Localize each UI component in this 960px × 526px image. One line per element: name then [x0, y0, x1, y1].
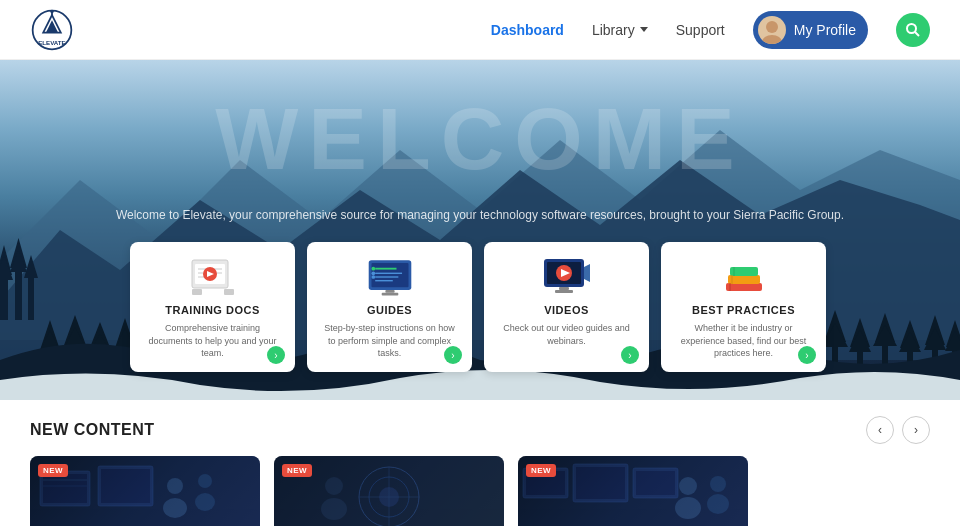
content-card-3[interactable]: NEW: [518, 456, 748, 526]
card-guides-title: GUIDES: [321, 304, 458, 316]
card-training-docs-arrow[interactable]: ›: [267, 346, 285, 364]
avatar: [758, 16, 786, 44]
svg-rect-81: [728, 275, 760, 284]
svg-rect-80: [726, 283, 762, 291]
svg-rect-72: [381, 293, 398, 296]
card-guides[interactable]: GUIDES Step-by-step instructions on how …: [307, 242, 472, 372]
carousel-prev-button[interactable]: ‹: [866, 416, 894, 444]
svg-text:ELEVATE: ELEVATE: [38, 38, 65, 45]
svg-point-70: [371, 275, 375, 279]
svg-point-114: [710, 476, 726, 492]
svg-rect-63: [371, 263, 408, 287]
carousel-controls: ‹ ›: [866, 416, 930, 444]
new-badge-1: NEW: [38, 464, 68, 477]
card-videos-desc: Check out our video guides and webinars.: [498, 322, 635, 347]
svg-point-104: [321, 498, 347, 520]
svg-point-68: [371, 267, 375, 271]
svg-line-9: [915, 32, 919, 36]
svg-rect-92: [101, 469, 150, 503]
svg-point-4: [50, 9, 54, 13]
videos-icon: [542, 258, 592, 296]
best-practices-icon: [719, 258, 769, 296]
guides-icon: [365, 258, 415, 296]
card-videos-arrow[interactable]: ›: [621, 346, 639, 364]
logo[interactable]: ELEVATE: [30, 8, 74, 52]
search-icon: [905, 22, 921, 38]
card-videos-title: VIDEOS: [498, 304, 635, 316]
svg-rect-78: [555, 290, 573, 293]
card-training-docs-desc: Comprehensive training documents to help…: [144, 322, 281, 360]
carousel-next-button[interactable]: ›: [902, 416, 930, 444]
svg-rect-111: [636, 471, 675, 495]
svg-point-69: [371, 272, 375, 276]
hero-section: WELCOME Welcome to Elevate, your compreh…: [0, 60, 960, 400]
svg-rect-15: [15, 265, 22, 320]
svg-point-95: [198, 474, 212, 488]
card-guides-arrow[interactable]: ›: [444, 346, 462, 364]
card-videos[interactable]: VIDEOS Check out our video guides and we…: [484, 242, 649, 372]
svg-point-96: [195, 493, 215, 511]
svg-rect-88: [43, 474, 87, 503]
card-training-docs-title: TRAINING DOCS: [144, 304, 281, 316]
svg-point-103: [325, 477, 343, 495]
new-content-header: NEW CONTENT ‹ ›: [30, 416, 930, 444]
header: ELEVATE Dashboard Library Support My Pro…: [0, 0, 960, 60]
svg-rect-61: [224, 289, 234, 295]
feature-cards: TRAINING DOCS Comprehensive training doc…: [130, 242, 830, 372]
new-badge-2: NEW: [282, 464, 312, 477]
search-button[interactable]: [896, 13, 930, 47]
svg-point-7: [762, 35, 782, 44]
content-cards-row: NEW NEW: [30, 456, 930, 526]
card-best-practices-arrow[interactable]: ›: [798, 346, 816, 364]
svg-rect-109: [576, 467, 625, 499]
new-content-section: NEW CONTENT ‹ ›: [0, 400, 960, 526]
training-docs-icon: [188, 258, 238, 296]
svg-point-115: [707, 494, 729, 514]
card-training-docs[interactable]: TRAINING DOCS Comprehensive training doc…: [130, 242, 295, 372]
card-best-practices-desc: Whether it be industry or experience bas…: [675, 322, 812, 360]
svg-rect-71: [385, 290, 394, 293]
card-best-practices[interactable]: BEST PRACTICES Whether it be industry or…: [661, 242, 826, 372]
svg-marker-79: [584, 264, 590, 282]
svg-point-94: [163, 498, 187, 518]
nav-library[interactable]: Library: [592, 22, 648, 38]
svg-point-93: [167, 478, 183, 494]
svg-point-112: [679, 477, 697, 495]
svg-rect-77: [559, 287, 569, 290]
svg-point-6: [766, 21, 778, 33]
nav-support[interactable]: Support: [676, 22, 725, 38]
content-card-1[interactable]: NEW: [30, 456, 260, 526]
new-badge-3: NEW: [526, 464, 556, 477]
nav-dashboard[interactable]: Dashboard: [491, 22, 564, 38]
library-chevron-icon: [640, 27, 648, 32]
svg-rect-18: [28, 275, 34, 320]
profile-label: My Profile: [794, 22, 856, 38]
content-card-2[interactable]: NEW: [274, 456, 504, 526]
profile-button[interactable]: My Profile: [753, 11, 868, 49]
hero-subtitle: Welcome to Elevate, your comprehensive s…: [0, 208, 960, 222]
new-content-title: NEW CONTENT: [30, 421, 155, 439]
svg-point-8: [907, 24, 916, 33]
nav: Dashboard Library Support My Profile: [491, 11, 930, 49]
logo-icon: ELEVATE: [30, 8, 74, 52]
svg-rect-60: [192, 289, 202, 295]
card-guides-desc: Step-by-step instructions on how to perf…: [321, 322, 458, 360]
card-best-practices-title: BEST PRACTICES: [675, 304, 812, 316]
svg-point-113: [675, 497, 701, 519]
